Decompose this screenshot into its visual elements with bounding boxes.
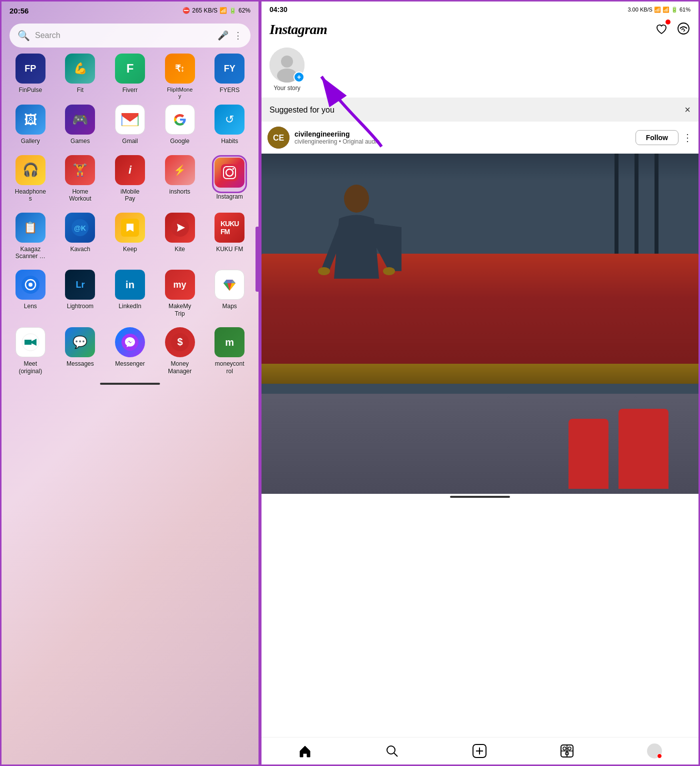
app-gallery[interactable]: 🖼 Gallery xyxy=(8,105,52,145)
suggested-title: Suggested for you xyxy=(270,106,334,115)
app-fit[interactable]: 💪 Fit xyxy=(58,54,102,94)
app-row-4: Lens Lr Lightroom in LinkedIn my MakeMyT… xyxy=(2,265,258,322)
fit-label: Fit xyxy=(77,87,84,94)
app-imobilepay[interactable]: i iMobilePay xyxy=(108,155,152,203)
mic-icon[interactable]: 🎤 xyxy=(218,30,228,41)
makemytrip-icon: my xyxy=(165,270,195,300)
table-edge xyxy=(262,364,698,384)
search-bar[interactable]: 🔍 Search 🎤 ⋮ xyxy=(10,24,250,48)
moneymanager-label: MoneyManager xyxy=(168,360,192,375)
instagram-logo: Instagram xyxy=(270,22,327,38)
nav-profile[interactable] xyxy=(647,743,662,758)
app-headphones[interactable]: 🎧 Headphones xyxy=(8,155,52,203)
app-moneymanager[interactable]: $ MoneyManager xyxy=(158,327,202,375)
app-messages[interactable]: 💬 Messages xyxy=(58,327,102,367)
app-flipitmoney[interactable]: ₹↕ FlipItMoney xyxy=(158,54,202,100)
your-story-label: Your story xyxy=(274,85,300,92)
app-google[interactable]: Google xyxy=(158,105,202,145)
app-finpulse[interactable]: FP FinPulse xyxy=(8,54,52,94)
battery-right-percent: 61% xyxy=(680,7,690,13)
nav-search[interactable] xyxy=(385,744,399,758)
more-options-icon[interactable]: ⋮ xyxy=(234,30,242,41)
nav-home[interactable] xyxy=(298,744,312,758)
app-lens[interactable]: Lens xyxy=(8,270,52,310)
instagram-screen: 04:30 3.00 KB/S 📶 📶 🔋 61% Instagram xyxy=(260,0,700,766)
keep-icon xyxy=(115,213,145,243)
search-placeholder: Search xyxy=(35,31,212,40)
app-homeworkout[interactable]: 🏋 HomeWorkout xyxy=(58,155,102,203)
app-kavach[interactable]: @K Kavach xyxy=(58,213,102,253)
moneycontrol-icon: m xyxy=(214,327,244,357)
app-row-3: 📋 KaagazScanner … @K Kavach Keep Kite KU… xyxy=(2,208,258,265)
app-kaagaz[interactable]: 📋 KaagazScanner … xyxy=(8,213,52,260)
notifications-button[interactable] xyxy=(654,22,668,38)
headphones-label: Headphones xyxy=(15,188,46,203)
app-maps[interactable]: Maps xyxy=(208,270,252,310)
meet-icon xyxy=(16,327,46,357)
kukufm-label: KUKU FM xyxy=(216,246,243,253)
app-fiverr[interactable]: F Fiverr xyxy=(108,54,152,94)
wifi-icon: 📶 xyxy=(220,7,227,14)
kaagaz-label: KaagazScanner … xyxy=(16,246,46,260)
lightroom-icon: Lr xyxy=(65,270,95,300)
follow-button[interactable]: Follow xyxy=(636,130,678,145)
google-label: Google xyxy=(170,138,190,145)
app-keep[interactable]: Keep xyxy=(108,213,152,253)
your-story-item[interactable]: + Your story xyxy=(270,48,304,92)
post-username[interactable]: civilengineeriing xyxy=(294,130,636,138)
post-user-avatar[interactable]: CE xyxy=(268,127,290,149)
post-subtext: civilengineeriing • Original audio xyxy=(294,138,636,145)
flipitmoney-icon: ₹↕ xyxy=(165,54,195,84)
gmail-icon xyxy=(115,105,145,135)
bottom-nav xyxy=(262,737,698,764)
imobilepay-label: iMobilePay xyxy=(120,188,140,203)
svg-point-29 xyxy=(387,746,395,754)
app-messenger[interactable]: Messenger xyxy=(108,327,152,367)
battery-right-icon: 🔋 xyxy=(671,7,678,13)
add-story-button[interactable]: + xyxy=(294,72,304,83)
fiverr-label: Fiverr xyxy=(122,87,138,94)
messenger-button[interactable] xyxy=(676,22,690,38)
header-icons xyxy=(654,22,690,38)
app-instagram[interactable]: Instagram xyxy=(208,155,252,200)
linkedin-icon: in xyxy=(115,270,145,300)
games-icon: 🎮 xyxy=(65,105,95,135)
notification-badge xyxy=(666,20,670,25)
app-games[interactable]: 🎮 Games xyxy=(58,105,102,145)
nav-add[interactable] xyxy=(472,743,487,758)
status-icons-right: 3.00 KB/S 📶 📶 🔋 61% xyxy=(628,7,690,13)
scroll-indicator xyxy=(256,227,258,292)
post-user-info: civilengineeriing civilengineeriing • Or… xyxy=(294,130,636,145)
keep-label: Keep xyxy=(123,246,137,253)
post-more-icon[interactable]: ⋮ xyxy=(682,132,692,144)
kavach-label: Kavach xyxy=(70,246,90,253)
app-inshorts[interactable]: ⚡ inshorts xyxy=(158,155,202,195)
home-indicator-left xyxy=(100,383,160,385)
app-kite[interactable]: Kite xyxy=(158,213,202,253)
app-kukufm[interactable]: KUKUFM KUKU FM xyxy=(208,213,252,253)
add-nav-icon xyxy=(472,743,487,758)
instagram-icon xyxy=(214,158,244,188)
app-fyers[interactable]: FY FYERS xyxy=(208,54,252,94)
moneycontrol-label: moneycontrol xyxy=(215,360,244,375)
kaagaz-icon: 📋 xyxy=(16,213,46,243)
reels-nav-icon xyxy=(560,744,574,758)
maps-icon xyxy=(214,270,244,300)
nav-reels[interactable] xyxy=(560,744,574,758)
instagram-header: Instagram xyxy=(262,18,698,42)
svg-point-36 xyxy=(568,747,571,750)
app-habits[interactable]: ↺ Habits xyxy=(208,105,252,145)
app-gmail[interactable]: Gmail xyxy=(108,105,152,145)
app-meet[interactable]: Meet(original) xyxy=(8,327,52,375)
status-bar-right: 04:30 3.00 KB/S 📶 📶 🔋 61% xyxy=(262,2,698,18)
messages-label: Messages xyxy=(66,360,94,367)
kavach-icon: @K xyxy=(65,213,95,243)
app-moneycontrol[interactable]: m moneycontrol xyxy=(208,327,252,375)
app-lightroom[interactable]: Lr Lightroom xyxy=(58,270,102,310)
post-header: CE civilengineeriing civilengineeriing •… xyxy=(262,122,698,154)
app-makemytrip[interactable]: my MakeMyTrip xyxy=(158,270,202,317)
messages-icon: 💬 xyxy=(65,327,95,357)
app-linkedin[interactable]: in LinkedIn xyxy=(108,270,152,310)
gallery-icon: 🖼 xyxy=(16,105,46,135)
close-suggested-button[interactable]: × xyxy=(684,104,690,116)
